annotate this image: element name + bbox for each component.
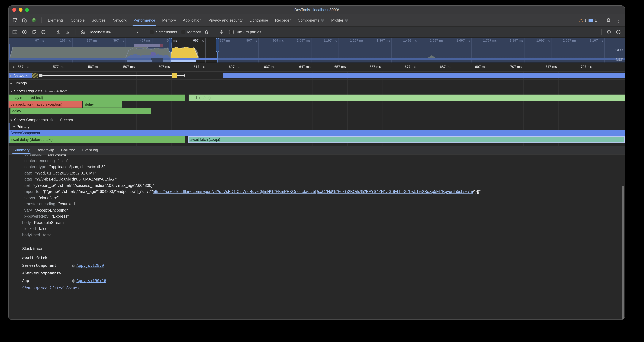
warning-count: 1 bbox=[584, 18, 586, 23]
bar-label: await fetch (.../api) bbox=[190, 138, 220, 142]
delay-deferred-text-bar[interactable]: delay (deferred text) bbox=[8, 95, 185, 101]
tab-recorder[interactable]: Recorder bbox=[272, 14, 294, 26]
tab-label: Event log bbox=[82, 148, 98, 152]
ruler-time-label: 647 ms bbox=[299, 65, 310, 69]
more-options-kebab-icon[interactable]: ⋮ bbox=[614, 17, 622, 24]
cpu-lane-label: CPU bbox=[616, 48, 623, 52]
server-requests-label: Server Requests bbox=[14, 89, 42, 93]
memory-checkbox[interactable] bbox=[181, 30, 185, 34]
help-icon[interactable]: ? bbox=[614, 28, 622, 36]
server-requests-header[interactable]: ▾ Server Requests ⚛ — Custom bbox=[8, 88, 625, 95]
screenshots-checkbox[interactable] bbox=[150, 30, 154, 34]
tab-application[interactable]: Application bbox=[180, 14, 205, 26]
selection-handle-left[interactable] bbox=[169, 38, 172, 52]
window-titlebar[interactable]: DevTools - localhost:3000/ bbox=[8, 6, 625, 14]
tab-privacy-and-security[interactable]: Privacy and security bbox=[205, 14, 246, 26]
settings-gear-icon[interactable]: ⚙ bbox=[605, 17, 612, 24]
frame-location-link[interactable]: App.js:128:9 bbox=[76, 263, 104, 268]
servercomponent-bar[interactable]: ServerComponent bbox=[8, 130, 625, 136]
tab-label: Network bbox=[112, 18, 126, 23]
tab-elements[interactable]: Elements bbox=[44, 14, 67, 26]
extension-gem-icon[interactable] bbox=[30, 17, 38, 24]
timings-track-header[interactable]: ▸ Timings bbox=[10, 80, 27, 87]
load-profile-icon[interactable] bbox=[54, 28, 62, 36]
close-window-button[interactable] bbox=[12, 8, 16, 12]
inspect-element-icon[interactable] bbox=[11, 17, 19, 24]
dim-3rd-parties-checkbox[interactable] bbox=[229, 30, 234, 34]
delay-bar[interactable]: delay bbox=[83, 101, 122, 108]
header-value: "chunked" bbox=[58, 202, 76, 206]
ruler-time-label: 607 ms bbox=[158, 65, 170, 69]
memory-checkbox-group[interactable]: Memory bbox=[181, 30, 201, 34]
tab-memory[interactable]: Memory bbox=[159, 14, 180, 26]
selection-handle-right[interactable] bbox=[216, 38, 219, 52]
details-tab-summary[interactable]: Summary bbox=[10, 146, 33, 154]
tab-network[interactable]: Network bbox=[109, 14, 130, 26]
tab-console[interactable]: Console bbox=[67, 14, 88, 26]
zoom-window-button[interactable] bbox=[25, 8, 29, 12]
summary-pane[interactable]: connection"keep-alive"content-encoding"g… bbox=[8, 155, 625, 319]
garbage-collect-icon[interactable] bbox=[203, 28, 210, 36]
live-metrics-icon[interactable] bbox=[11, 28, 19, 36]
frame-location-link[interactable]: App.js:190:16 bbox=[76, 278, 106, 283]
dim-3rd-parties-checkbox-group[interactable]: Dim 3rd parties bbox=[229, 30, 261, 34]
timeline-tracks[interactable]: ▸ Network ▸ Timings ▾ Server Reque bbox=[8, 72, 625, 146]
header-value: "cloudflare" bbox=[38, 196, 58, 200]
await-fetch-api-bar[interactable]: await fetch (.../api) bbox=[188, 136, 625, 143]
tab-components[interactable]: Components⚛ bbox=[294, 14, 328, 26]
network-request-selected-box[interactable] bbox=[172, 73, 177, 78]
warnings-badge[interactable]: ⚠ 1 bbox=[579, 18, 586, 23]
fetch-api-bar[interactable]: fetch (.../api) bbox=[188, 95, 625, 101]
record-icon[interactable] bbox=[20, 28, 28, 36]
header-key: transfer-encoding bbox=[24, 202, 55, 206]
minimize-window-button[interactable] bbox=[19, 8, 22, 12]
server-components-header[interactable]: ▾ Server Components ⚛ — Custom bbox=[8, 116, 625, 123]
details-scrollbar[interactable] bbox=[622, 186, 624, 319]
header-value: "gzip" bbox=[58, 158, 68, 163]
server-components-label: Server Components bbox=[14, 118, 48, 122]
timeline-ruler[interactable]: ms 567 ms577 ms587 ms597 ms607 ms617 ms6… bbox=[8, 63, 625, 72]
overview-curtain-left bbox=[8, 38, 171, 63]
tab-performance[interactable]: Performance bbox=[130, 14, 158, 26]
stack-trace-title: Stack trace bbox=[22, 246, 625, 251]
issues-badge[interactable]: 1 bbox=[589, 18, 597, 23]
details-tab-bottom-up[interactable]: Bottom-up bbox=[33, 146, 58, 154]
tab-lighthouse[interactable]: Lighthouse bbox=[246, 14, 272, 26]
bar-label: delay bbox=[85, 103, 94, 106]
network-fetch-request-bar[interactable] bbox=[223, 73, 625, 78]
device-toolbar-icon[interactable] bbox=[20, 17, 28, 24]
tab-profiler[interactable]: Profiler⚛ bbox=[328, 14, 352, 26]
network-request-box[interactable] bbox=[39, 74, 42, 77]
devtools-window: DevTools - localhost:3000/ ElementsConso… bbox=[8, 6, 625, 319]
summary-row-server: server"cloudflare" bbox=[22, 195, 625, 201]
await-delay-deferred-text-bar[interactable]: await delay (deferred text) bbox=[8, 136, 185, 143]
details-tab-event-log[interactable]: Event log bbox=[79, 146, 102, 154]
profile-history-select[interactable]: localhost #4 ▾ bbox=[88, 30, 140, 34]
at-symbol: @ bbox=[72, 263, 74, 268]
delayederror-ayed-exception-bar[interactable]: delayedError (...ayed exception) bbox=[8, 101, 82, 108]
tab-label: Lighthouse bbox=[250, 18, 268, 23]
tab-sources[interactable]: Sources bbox=[88, 14, 109, 26]
reload-and-record-icon[interactable] bbox=[30, 28, 38, 36]
ruler-time-label: 677 ms bbox=[405, 65, 416, 69]
details-tab-call-tree[interactable]: Call tree bbox=[58, 146, 78, 154]
screenshots-label: Screenshots bbox=[156, 30, 177, 34]
report-to-link[interactable]: https://a.nel.cloudflare.com/report/v4?s… bbox=[153, 189, 473, 194]
delay-bar[interactable]: delay bbox=[10, 108, 151, 114]
home-icon[interactable] bbox=[79, 28, 86, 36]
clear-icon[interactable] bbox=[40, 28, 47, 36]
header-value: "keep-alive" bbox=[47, 155, 68, 157]
react-atom-icon: ⚛ bbox=[345, 18, 348, 23]
ruler-time-label: 727 ms bbox=[580, 65, 592, 69]
capture-settings-gear-icon[interactable]: ⚙ bbox=[605, 28, 612, 36]
primary-thread-header[interactable]: ▾ Primary bbox=[8, 123, 625, 130]
network-track[interactable]: ▸ Network bbox=[8, 72, 625, 80]
timeline-overview[interactable]: 97 ms197 ms297 ms397 ms497 ms597 ms697 m… bbox=[8, 38, 625, 63]
tab-label: Call tree bbox=[61, 148, 75, 152]
save-profile-icon[interactable] bbox=[64, 28, 72, 36]
timings-track[interactable]: ▸ Timings bbox=[8, 80, 625, 87]
network-track-header[interactable]: ▸ Network bbox=[10, 72, 28, 79]
compress-arrows-icon[interactable] bbox=[218, 28, 225, 36]
show-ignore-listed-frames-link[interactable]: Show ignore-listed frames bbox=[22, 286, 80, 290]
screenshots-checkbox-group[interactable]: Screenshots bbox=[150, 30, 177, 34]
